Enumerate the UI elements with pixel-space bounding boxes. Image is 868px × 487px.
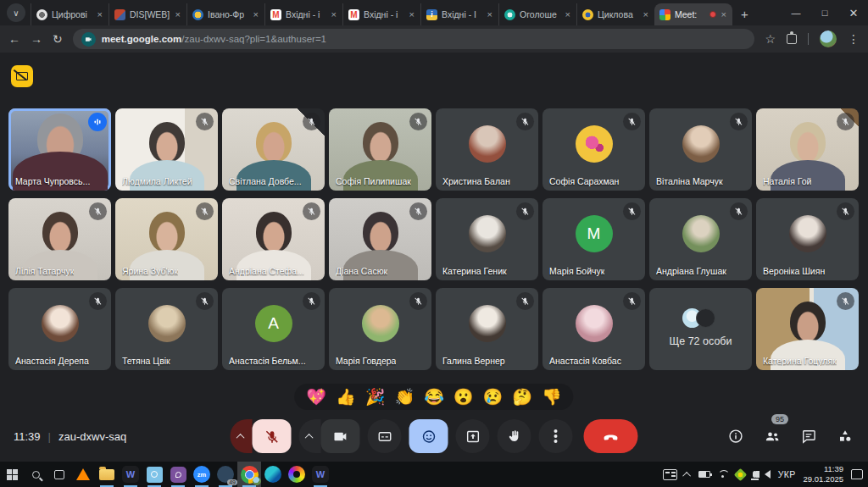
close-button[interactable]: ✕ xyxy=(839,0,868,25)
reaction-thinking[interactable]: 🤔 xyxy=(512,389,532,405)
more-people-tile[interactable]: Ще 72 особи xyxy=(649,288,752,370)
tab-close-icon[interactable]: × xyxy=(721,9,727,19)
participant-tile[interactable]: Наталія Гой xyxy=(756,108,859,191)
participant-tile[interactable]: Софія Пилипишак xyxy=(329,108,431,191)
browser-tab[interactable]: Вхідні - і× xyxy=(264,3,342,25)
taskbar-w-app[interactable]: W xyxy=(119,462,142,487)
browser-tab[interactable]: Вхідні - і× xyxy=(342,3,420,25)
new-tab-button[interactable]: + xyxy=(741,7,748,21)
network-indicator[interactable] xyxy=(718,470,728,479)
taskbar-photo-viewer[interactable] xyxy=(142,462,166,487)
raise-hand-button[interactable] xyxy=(498,419,531,453)
activities-button[interactable] xyxy=(834,425,856,447)
reaction-heart[interactable]: 💖 xyxy=(306,389,326,405)
chat-button[interactable] xyxy=(798,425,820,447)
participant-tile[interactable]: Катерина Гоцуляк xyxy=(756,288,859,370)
end-call-button[interactable] xyxy=(584,419,638,453)
profile-avatar[interactable] xyxy=(820,30,837,47)
participant-tile[interactable]: Галина Вернер xyxy=(436,288,538,370)
participant-tile[interactable]: Марія Говдера xyxy=(329,288,431,370)
tab-close-icon[interactable]: × xyxy=(409,9,415,19)
tab-close-icon[interactable]: × xyxy=(331,9,337,19)
reaction-laugh[interactable]: 😂 xyxy=(424,389,444,405)
start-button[interactable] xyxy=(0,462,24,487)
taskbar-vlc[interactable] xyxy=(71,462,95,487)
participant-tile[interactable]: Вероніка Шиян xyxy=(756,198,859,280)
tab-close-icon[interactable]: × xyxy=(253,9,259,19)
tray-expand-button[interactable] xyxy=(685,472,691,478)
volume-indicator[interactable] xyxy=(765,470,771,479)
tab-close-icon[interactable]: × xyxy=(97,9,103,19)
browser-tab-active-meet[interactable]: Meet:× xyxy=(654,3,732,25)
battery-indicator[interactable] xyxy=(698,471,710,478)
camera-options-chevron[interactable] xyxy=(299,419,321,453)
browser-tab[interactable]: Вхідні - І× xyxy=(420,3,498,25)
reaction-cry[interactable]: 😢 xyxy=(483,389,504,405)
more-options-button[interactable] xyxy=(539,419,573,453)
participant-tile[interactable]: Анастасія Ковбас xyxy=(542,288,645,370)
participant-tile[interactable]: М Марія Бойчук xyxy=(542,198,645,280)
browser-tab[interactable]: Циклова× xyxy=(576,3,654,25)
browser-tab[interactable]: DIS[WEB]× xyxy=(108,3,186,25)
tab-search-button[interactable]: ∨ xyxy=(7,3,25,22)
participant-tile[interactable]: Лілія Татарчук xyxy=(8,198,111,280)
present-button[interactable] xyxy=(456,419,490,453)
people-button[interactable] xyxy=(761,425,783,447)
maximize-button[interactable]: □ xyxy=(810,0,839,25)
taskbar-file-explorer[interactable] xyxy=(95,462,119,487)
participant-tile[interactable]: Андріана Глушак xyxy=(649,198,752,280)
browser-tab[interactable]: Цифрові× xyxy=(31,3,108,25)
participant-tile[interactable]: Софія Сарахман xyxy=(542,108,645,191)
taskbar-w-app-2[interactable]: W xyxy=(309,462,332,487)
participant-tile[interactable]: Віталіна Марчук xyxy=(649,108,752,191)
taskbar-search[interactable] xyxy=(24,462,47,487)
browser-menu-icon[interactable]: ⋮ xyxy=(848,32,860,46)
tab-close-icon[interactable]: × xyxy=(565,9,571,19)
taskbar-photos[interactable] xyxy=(285,462,309,487)
tab-close-icon[interactable]: × xyxy=(643,9,649,19)
tab-close-icon[interactable]: × xyxy=(487,9,493,19)
taskbar-viber[interactable] xyxy=(166,462,190,487)
reactions-button[interactable] xyxy=(409,419,448,453)
task-view-button[interactable] xyxy=(47,462,71,487)
extensions-icon[interactable] xyxy=(787,34,797,44)
reaction-surprised[interactable]: 😮 xyxy=(453,389,474,405)
participant-tile[interactable]: Тетяна Цвік xyxy=(115,288,218,370)
reload-icon[interactable]: ↻ xyxy=(53,32,63,46)
notification-center-button[interactable] xyxy=(851,469,863,479)
forward-icon[interactable]: → xyxy=(31,32,42,46)
participant-tile[interactable]: Людмила Ликтей xyxy=(115,108,218,191)
participant-tile[interactable]: Катерина Геник xyxy=(436,198,538,280)
participant-tile[interactable]: Діана Сасюк xyxy=(329,198,431,280)
bookmark-star-icon[interactable]: ☆ xyxy=(765,32,776,46)
meeting-info-button[interactable] xyxy=(725,425,747,447)
participant-tile[interactable]: Христина Балан xyxy=(436,108,538,191)
reaction-thumbs-up[interactable]: 👍 xyxy=(336,389,356,405)
taskbar-badged-app[interactable]: 49 xyxy=(214,462,237,487)
browser-tab[interactable]: Оголоше× xyxy=(498,3,576,25)
participant-tile[interactable]: Анастасія Дерепа xyxy=(8,288,111,370)
participant-tile[interactable]: Марта Чупровсь... xyxy=(8,108,111,191)
widgets-button[interactable] xyxy=(663,469,677,480)
reaction-thumbs-down[interactable]: 👎 xyxy=(542,389,562,405)
browser-tab[interactable]: Івано-Фр× xyxy=(186,3,264,25)
captions-button[interactable] xyxy=(368,419,402,453)
minimize-button[interactable]: — xyxy=(782,0,810,25)
taskbar-edge[interactable] xyxy=(261,462,285,487)
tab-close-icon[interactable]: × xyxy=(175,9,181,19)
mic-mute-button[interactable] xyxy=(253,419,292,453)
participant-tile[interactable]: Світлана Довбе... xyxy=(222,108,325,191)
reaction-clap[interactable]: 👏 xyxy=(394,389,415,405)
address-bar[interactable]: meet.google.com/zau-dxwv-saq?pli=1&authu… xyxy=(73,29,755,49)
presentation-off-button[interactable] xyxy=(11,65,33,87)
tray-app-indicator[interactable] xyxy=(736,470,745,479)
taskbar-zoom[interactable]: zm xyxy=(190,462,214,487)
taskbar-chrome-active[interactable] xyxy=(237,462,261,487)
clock[interactable]: 11:39 29.01.2025 xyxy=(803,464,843,484)
participant-tile[interactable]: Ярина Зуб'юк xyxy=(115,198,218,280)
mic-options-chevron[interactable] xyxy=(231,419,253,453)
participant-tile[interactable]: Андріана Стефа... xyxy=(222,198,325,280)
participant-tile[interactable]: А Анастасія Бельм... xyxy=(222,288,325,370)
back-icon[interactable]: ← xyxy=(8,32,20,46)
language-indicator[interactable]: УКР xyxy=(778,469,796,479)
